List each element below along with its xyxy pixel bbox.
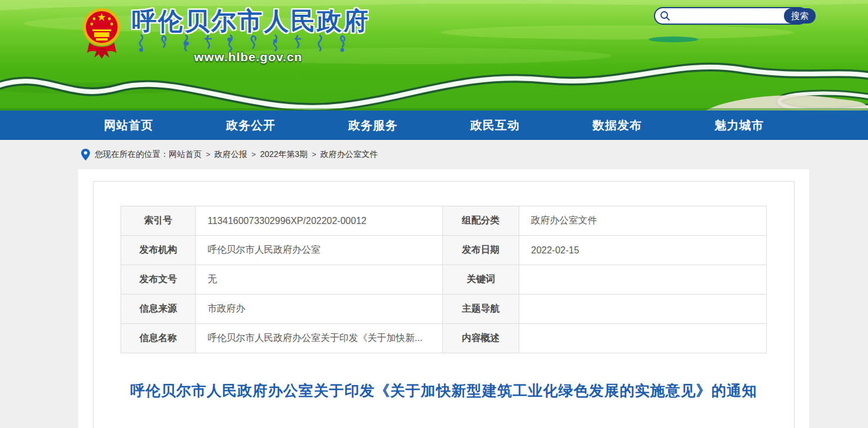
header-banner: 呼伦贝尔市人民政府 www.hlbe.gov.cn 搜索: [0, 0, 868, 111]
meta-label-publisher: 发布机构: [121, 236, 196, 265]
nav-item-interaction[interactable]: 政民互动: [462, 112, 528, 139]
meta-label-summary: 内容概述: [443, 324, 519, 353]
nav-item-home[interactable]: 网站首页: [96, 112, 162, 139]
meta-label-source: 信息来源: [121, 295, 196, 324]
nav-item-city-charm[interactable]: 魅力城市: [706, 112, 772, 139]
meta-value-category: 政府办公室文件: [519, 206, 767, 236]
table-row: 发布文号 无 关键词: [121, 265, 767, 295]
breadcrumb-separator: >: [312, 150, 316, 159]
meta-label-keywords: 关键词: [443, 265, 519, 295]
meta-label-publish-date: 发布日期: [443, 236, 519, 265]
meta-label-category: 组配分类: [443, 206, 519, 236]
breadcrumb-link-home[interactable]: 网站首页: [169, 149, 202, 159]
breadcrumb-prefix: 您现在所在的位置：: [95, 149, 169, 160]
document-panel: 索引号 1134160073302996XP/202202-00012 组配分类…: [93, 181, 794, 428]
meta-value-index-number: 1134160073302996XP/202202-00012: [196, 206, 443, 236]
main-nav: 网站首页 政务公开 政务服务 政民互动 数据发布 魅力城市: [0, 111, 868, 140]
breadcrumb: 您现在所在的位置： 网站首页>政府公报>2022年第3期>政府办公室文件: [0, 140, 868, 169]
site-url: www.hlbe.gov.cn: [194, 50, 302, 64]
table-row: 发布机构 呼伦贝尔市人民政府办公室 发布日期 2022-02-15: [121, 236, 767, 265]
content-card: 索引号 1134160073302996XP/202202-00012 组配分类…: [78, 169, 809, 428]
table-row: 索引号 1134160073302996XP/202202-00012 组配分类…: [121, 206, 767, 236]
page-title: 呼伦贝尔市人民政府办公室关于印发《关于加快新型建筑工业化绿色发展的实施意见》的通…: [121, 379, 767, 402]
meta-value-source: 市政府办: [196, 295, 443, 324]
site-title[interactable]: 呼伦贝尔市人民政府: [132, 5, 370, 38]
breadcrumb-separator: >: [252, 150, 256, 159]
meta-value-publish-date: 2022-02-15: [519, 236, 767, 265]
meta-label-doc-number: 发布文号: [121, 265, 196, 295]
meta-label-index-number: 索引号: [121, 206, 196, 236]
search-icon: [660, 11, 670, 21]
metadata-table: 索引号 1134160073302996XP/202202-00012 组配分类…: [121, 206, 767, 353]
breadcrumb-link-issue[interactable]: 2022年第3期: [260, 149, 308, 159]
meta-value-summary: [519, 324, 767, 353]
meta-label-topic-nav: 主题导航: [443, 295, 519, 324]
nav-item-gov-info[interactable]: 政务公开: [218, 112, 283, 139]
search-input[interactable]: [670, 9, 784, 23]
nav-item-data-release[interactable]: 数据发布: [584, 112, 650, 139]
national-emblem-logo: [82, 6, 121, 60]
table-row: 信息名称 呼伦贝尔市人民政府办公室关于印发《关于加快新... 内容概述: [121, 324, 767, 353]
nav-item-gov-services[interactable]: 政务服务: [340, 112, 406, 139]
table-row: 信息来源 市政府办 主题导航: [121, 295, 767, 324]
meta-value-keywords: [519, 265, 767, 295]
search-button[interactable]: 搜索: [784, 8, 816, 24]
breadcrumb-link-gazette[interactable]: 政府公报: [215, 149, 248, 159]
meta-value-doc-number: 无: [196, 265, 443, 295]
meta-label-info-name: 信息名称: [121, 324, 196, 353]
meta-value-info-name: 呼伦贝尔市人民政府办公室关于印发《关于加快新...: [196, 324, 443, 353]
meta-value-publisher: 呼伦贝尔市人民政府办公室: [196, 236, 443, 265]
meta-value-topic-nav: [519, 295, 767, 324]
location-pin-icon: [81, 149, 90, 160]
search-box: 搜索: [654, 7, 808, 25]
mongolian-script-decoration: [136, 34, 348, 52]
breadcrumb-link-office-docs[interactable]: 政府办公室文件: [321, 149, 378, 159]
breadcrumb-separator: >: [206, 150, 211, 159]
